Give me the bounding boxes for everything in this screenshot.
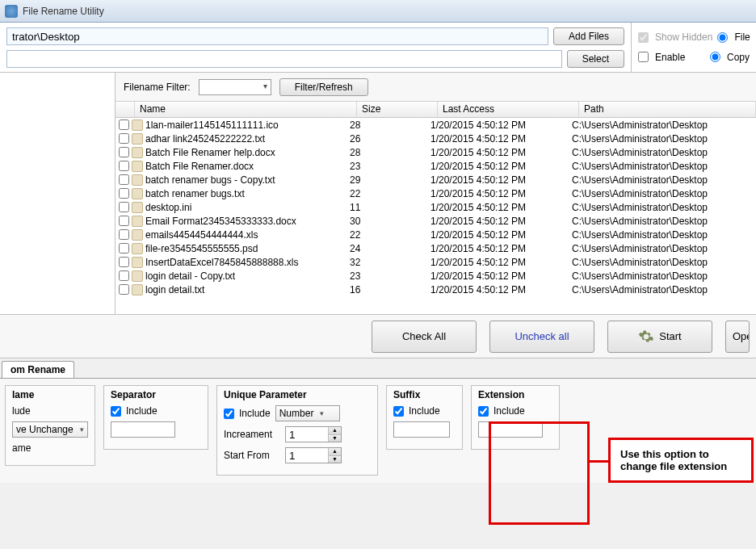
- add-files-button[interactable]: Add Files: [553, 27, 624, 45]
- enable-checkbox[interactable]: [638, 52, 649, 62]
- row-checkbox[interactable]: [119, 147, 129, 157]
- file-icon: [132, 257, 143, 268]
- table-row[interactable]: Batch File Renamer help.docx281/20/2015 …: [116, 145, 756, 159]
- startfrom-spinner[interactable]: ▲▼: [285, 447, 342, 463]
- table-row[interactable]: batch renamer bugs.txt221/20/2015 4:50:1…: [116, 186, 756, 200]
- row-checkbox[interactable]: [119, 216, 129, 226]
- row-checkbox[interactable]: [119, 243, 129, 254]
- row-name: file-re3545545555555.psd: [145, 243, 350, 254]
- file-radio-label: File: [734, 31, 750, 43]
- start-button[interactable]: Start: [607, 321, 712, 353]
- row-checkbox[interactable]: [119, 229, 129, 240]
- open-button[interactable]: Ope: [725, 321, 750, 353]
- row-name: login detail.txt: [145, 284, 350, 295]
- table-row[interactable]: InsertDataExcel7845845888888.xls321/20/2…: [116, 255, 756, 269]
- row-name: Batch File Renamer.docx: [145, 161, 350, 172]
- name-dropdown[interactable]: ve Unchange: [12, 421, 88, 438]
- row-path: C:\Users\Administrator\Desktop: [572, 133, 756, 145]
- uncheck-all-button[interactable]: Uncheck all: [489, 321, 594, 353]
- row-checkbox[interactable]: [119, 119, 129, 130]
- tab-rename[interactable]: om Rename: [2, 361, 74, 378]
- row-checkbox[interactable]: [119, 174, 129, 185]
- row-name: Email Format2345345333333.docx: [145, 216, 350, 227]
- row-checkbox[interactable]: [119, 161, 129, 171]
- row-path: C:\Users\Administrator\Desktop: [572, 284, 756, 295]
- row-size: 22: [350, 229, 430, 241]
- row-access: 1/20/2015 4:50:12 PM: [430, 147, 572, 158]
- col-path-header[interactable]: Path: [579, 102, 756, 117]
- row-access: 1/20/2015 4:50:12 PM: [430, 216, 572, 227]
- show-hidden-checkbox[interactable]: [638, 32, 649, 43]
- extension-include-checkbox[interactable]: [478, 406, 489, 417]
- row-name: 1lan-mailer1145145111111.ico: [145, 119, 350, 131]
- list-header: Name Size Last Access Path: [116, 102, 756, 118]
- file-list[interactable]: 1lan-mailer1145145111111.ico281/20/2015 …: [116, 118, 756, 314]
- extension-input[interactable]: [478, 421, 543, 438]
- table-row[interactable]: adhar link245245222222.txt261/20/2015 4:…: [116, 132, 756, 145]
- row-access: 1/20/2015 4:50:12 PM: [430, 202, 572, 213]
- row-path: C:\Users\Administrator\Desktop: [572, 174, 756, 186]
- table-row[interactable]: Batch File Renamer.docx231/20/2015 4:50:…: [116, 159, 756, 173]
- file-radio[interactable]: [717, 32, 728, 43]
- row-path: C:\Users\Administrator\Desktop: [572, 119, 756, 131]
- row-name: InsertDataExcel7845845888888.xls: [145, 257, 350, 268]
- row-access: 1/20/2015 4:50:12 PM: [430, 133, 572, 145]
- path-input[interactable]: [6, 27, 548, 45]
- table-row[interactable]: 1lan-mailer1145145111111.ico281/20/2015 …: [116, 118, 756, 132]
- unique-type-dropdown[interactable]: Number: [275, 405, 340, 421]
- suffix-input[interactable]: [393, 421, 450, 438]
- gear-icon: [638, 329, 654, 345]
- separator-input[interactable]: [111, 421, 175, 438]
- panel-separator-title: Separator: [111, 389, 201, 400]
- filter-refresh-button[interactable]: Filter/Refresh: [279, 78, 368, 96]
- table-row[interactable]: login detail.txt161/20/2015 4:50:12 PMC:…: [116, 283, 756, 296]
- row-checkbox[interactable]: [119, 284, 129, 295]
- row-size: 24: [350, 243, 430, 254]
- row-access: 1/20/2015 4:50:12 PM: [430, 161, 572, 172]
- separator-include-checkbox[interactable]: [111, 406, 121, 417]
- copy-radio[interactable]: [710, 52, 720, 62]
- row-path: C:\Users\Administrator\Desktop: [572, 216, 756, 227]
- table-row[interactable]: file-re3545545555555.psd241/20/2015 4:50…: [116, 241, 756, 255]
- file-icon: [132, 147, 143, 158]
- suffix-include-checkbox[interactable]: [393, 406, 404, 417]
- row-checkbox[interactable]: [119, 270, 129, 281]
- row-checkbox[interactable]: [119, 257, 129, 267]
- table-row[interactable]: emails4454454444444.xls221/20/2015 4:50:…: [116, 228, 756, 241]
- row-size: 23: [350, 161, 430, 172]
- col-name-header[interactable]: Name: [135, 102, 357, 117]
- check-all-button[interactable]: Check All: [372, 321, 477, 353]
- table-row[interactable]: desktop.ini111/20/2015 4:50:12 PMC:\User…: [116, 200, 756, 214]
- col-access-header[interactable]: Last Access: [438, 102, 579, 117]
- row-path: C:\Users\Administrator\Desktop: [572, 229, 756, 241]
- col-size-header[interactable]: Size: [357, 102, 438, 117]
- increment-spinner[interactable]: ▲▼: [285, 426, 342, 442]
- row-access: 1/20/2015 4:50:12 PM: [430, 119, 572, 131]
- row-checkbox[interactable]: [119, 188, 129, 199]
- table-row[interactable]: login detail - Copy.txt231/20/2015 4:50:…: [116, 269, 756, 283]
- select-input[interactable]: [6, 50, 562, 68]
- annotation-connector: [590, 460, 610, 463]
- unique-include-checkbox[interactable]: [224, 409, 234, 419]
- file-icon: [132, 243, 143, 254]
- panel-suffix: Suffix Include: [386, 385, 463, 450]
- table-row[interactable]: Email Format2345345333333.docx301/20/201…: [116, 214, 756, 228]
- panel-name-title: lame: [12, 389, 88, 400]
- row-size: 32: [350, 257, 430, 268]
- filter-combo[interactable]: [199, 79, 271, 95]
- annotation-callout: Use this option to change file extension: [608, 438, 754, 483]
- file-icon: [132, 188, 143, 199]
- row-size: 26: [350, 133, 430, 145]
- select-button[interactable]: Select: [567, 50, 624, 68]
- row-size: 11: [350, 202, 430, 213]
- row-checkbox[interactable]: [119, 133, 129, 144]
- row-path: C:\Users\Administrator\Desktop: [572, 147, 756, 158]
- file-icon: [132, 161, 143, 172]
- row-name: batch renamer bugs.txt: [145, 188, 350, 199]
- table-row[interactable]: batch renamer bugs - Copy.txt291/20/2015…: [116, 173, 756, 186]
- folder-tree[interactable]: [0, 73, 116, 315]
- file-icon: [132, 174, 143, 186]
- row-checkbox[interactable]: [119, 202, 129, 212]
- toolbar-row: Add Files Select Show Hidden File Enable…: [0, 23, 756, 73]
- title-bar: File Rename Utility: [0, 0, 756, 23]
